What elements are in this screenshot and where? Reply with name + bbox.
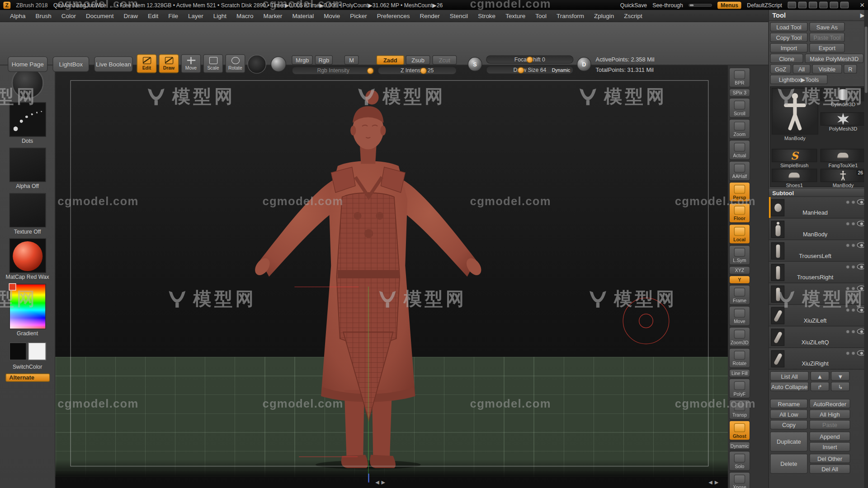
quicksave-button[interactable]: QuickSave	[620, 2, 647, 8]
copy-tool-button[interactable]: Copy Tool	[770, 33, 807, 42]
live-boolean-button[interactable]: Live Boolean	[94, 56, 133, 72]
load-tool-button[interactable]: Load Tool	[770, 22, 807, 32]
goz-all-button[interactable]: All	[793, 64, 810, 74]
menu-marker[interactable]: Marker	[259, 11, 287, 20]
canvas-corner-scroll[interactable]: ◀▶	[708, 480, 721, 485]
menu-macro[interactable]: Macro	[232, 11, 258, 20]
menu-brush[interactable]: Brush	[31, 11, 56, 20]
rename-button[interactable]: Rename	[770, 399, 807, 408]
strip-aahalf-button[interactable]: AAHalf	[729, 161, 750, 181]
alternate-button[interactable]: Alternate	[5, 374, 50, 382]
strip-zoom-button[interactable]: Zoom	[729, 119, 750, 139]
subtool-row-xiuzileft[interactable]: XiuZiLeft	[769, 305, 868, 327]
dots-thumbnail[interactable]	[9, 103, 46, 137]
lightbox-button[interactable]: LightBox	[52, 56, 89, 72]
dynamic-label[interactable]: Dynamic	[552, 67, 570, 73]
del-other-button[interactable]: Del Other	[809, 454, 850, 463]
gradient-thumbnail[interactable]	[9, 284, 46, 329]
tool-thumb-fangtouxie1[interactable]	[821, 149, 866, 162]
tool-panel-header[interactable]: Tool ▸	[769, 10, 868, 21]
strip-l-sym-button[interactable]: L.Sym	[729, 245, 750, 265]
zadd-button[interactable]: Zadd	[377, 55, 404, 65]
menu-stencil[interactable]: Stencil	[445, 11, 472, 20]
zcut-button[interactable]: Zcut	[432, 55, 457, 65]
polypaint-toggle-icon[interactable]	[846, 308, 850, 312]
strip-persp-button[interactable]: Persp	[729, 182, 750, 202]
strip-spix-3-button[interactable]: SPix 3	[729, 89, 750, 97]
goz-r-button[interactable]: R	[844, 64, 857, 74]
rgb-intensity-slider[interactable]: Rgb Intensity	[292, 66, 375, 75]
home-icon[interactable]	[840, 2, 849, 9]
sculpt-toggle-icon[interactable]	[851, 286, 855, 291]
strip-polyf-button[interactable]: PolyF	[729, 379, 750, 399]
insert-button[interactable]: Insert	[809, 442, 850, 451]
clone-button[interactable]: Clone	[770, 54, 803, 63]
menu-render[interactable]: Render	[415, 11, 444, 20]
delete-button[interactable]: Delete	[770, 454, 807, 474]
lock-icon[interactable]	[830, 2, 838, 9]
menu-color[interactable]: Color	[57, 11, 80, 20]
menu-zscript[interactable]: Zscript	[619, 11, 646, 20]
goz-button[interactable]: GoZ	[770, 64, 791, 74]
keyboard-icon[interactable]	[798, 2, 806, 9]
sculpt-toggle-icon[interactable]	[851, 329, 855, 333]
strip-xyz-button[interactable]: XYZ	[729, 266, 750, 274]
sculpt-toggle-icon[interactable]	[851, 351, 855, 355]
polypaint-toggle-icon[interactable]	[846, 351, 850, 355]
menu-material[interactable]: Material	[288, 11, 319, 20]
sculpt-toggle-icon[interactable]	[851, 221, 855, 225]
tool-thumb-polymesh3d[interactable]	[821, 113, 866, 126]
sculpt-toggle-icon[interactable]	[851, 243, 855, 247]
paste-subtool-button[interactable]: Paste	[809, 420, 850, 429]
menu-zplugin[interactable]: Zplugin	[590, 11, 618, 20]
subtool-up-button[interactable]: ▲	[811, 371, 830, 381]
symmetry-sphere-icon[interactable]: S	[468, 57, 482, 71]
strip-bpr-button[interactable]: BPR	[729, 67, 750, 87]
export-button[interactable]: Export	[809, 43, 844, 53]
home-page-button[interactable]: Home Page	[8, 56, 47, 72]
subtool-row-xiuziright[interactable]: XiuZiRight	[769, 348, 868, 370]
menu-picker[interactable]: Picker	[346, 11, 372, 20]
subtool-row-4[interactable]	[769, 283, 868, 305]
subtool-row-trousersleft[interactable]: TrousersLeft	[769, 240, 868, 262]
list-all-button[interactable]: List All	[770, 371, 809, 381]
rotate-mode-button[interactable]: Rotate	[225, 54, 245, 73]
menu-file[interactable]: File	[164, 11, 182, 20]
strip-dynamic-button[interactable]: Dynamic	[729, 441, 750, 450]
strip-zoom3d-button[interactable]: Zoom3D	[729, 327, 750, 347]
mrgb-button[interactable]: Mrgb	[292, 55, 313, 65]
menu-transform[interactable]: Transform	[552, 11, 588, 20]
autoreorder-button[interactable]: AutoReorder	[809, 399, 850, 408]
menu-edit[interactable]: Edit	[143, 11, 163, 20]
m-button[interactable]: M	[344, 55, 359, 65]
tool-thumb-manbody[interactable]: 26	[821, 169, 866, 182]
strip-xpose-button[interactable]: Xpose	[729, 472, 750, 488]
menu-preferences[interactable]: Preferences	[373, 11, 414, 20]
polypaint-toggle-icon[interactable]	[846, 329, 850, 333]
move-mode-button[interactable]: Move	[181, 54, 201, 73]
sculpt-toggle-icon[interactable]	[851, 200, 855, 204]
menu-tool[interactable]: Tool	[531, 11, 551, 20]
material-sphere-icon[interactable]	[271, 56, 286, 72]
duplicate-button[interactable]: Duplicate	[770, 432, 807, 451]
strip-floor-button[interactable]: Floor	[729, 203, 750, 223]
subtool-row-manhead[interactable]: ManHead	[769, 197, 868, 219]
copy-subtool-button[interactable]: Copy	[770, 420, 807, 429]
tool-thumb-shoes1[interactable]	[772, 169, 817, 182]
auto-collapse-button[interactable]: Auto Collapse	[770, 382, 809, 391]
switchcolor-thumbnail[interactable]	[9, 340, 46, 362]
grid-icon[interactable]	[809, 2, 817, 9]
paste-tool-button[interactable]: Paste Tool	[809, 33, 844, 42]
polypaint-toggle-icon[interactable]	[846, 221, 850, 225]
panel-scrollbar[interactable]	[864, 10, 868, 488]
selected-tool-thumbnail[interactable]	[772, 88, 818, 135]
menu-draw[interactable]: Draw	[119, 11, 142, 20]
del-all-button[interactable]: Del All	[809, 464, 850, 474]
strip-line-fill-button[interactable]: Line Fill	[729, 369, 750, 377]
subtool-row-xiuzileftq[interactable]: XiuZiLeftQ	[769, 326, 868, 348]
focal-shift-slider[interactable]: Focal Shift 0	[486, 55, 573, 63]
strip-y-button[interactable]: Y	[729, 276, 750, 284]
make-polymesh3d-button[interactable]: Make PolyMesh3D	[805, 54, 863, 63]
edit-mode-button[interactable]: Edit	[137, 54, 156, 73]
close-icon[interactable]: ✕	[859, 1, 864, 9]
